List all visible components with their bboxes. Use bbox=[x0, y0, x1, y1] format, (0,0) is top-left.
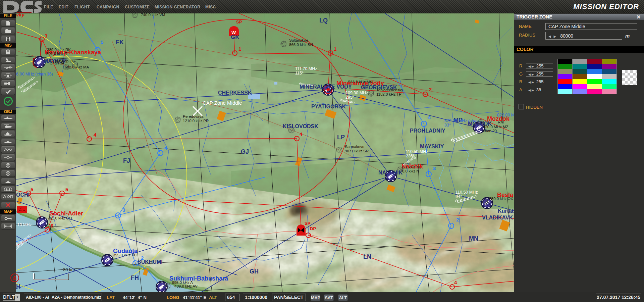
svg-text:LN: LN bbox=[363, 253, 371, 260]
svg-text:SP: SP bbox=[236, 19, 242, 24]
svg-text:1182.0 kHz TP: 1182.0 kHz TP bbox=[376, 92, 401, 96]
svg-text:5: 5 bbox=[101, 39, 103, 45]
svg-text:Sarmakovo: Sarmakovo bbox=[345, 145, 364, 149]
svg-text:3: 3 bbox=[433, 165, 436, 171]
svg-text:5: 5 bbox=[65, 187, 68, 192]
svg-text:94°: 94° bbox=[455, 194, 462, 199]
svg-text:KISLOVODSK: KISLOVODSK bbox=[283, 123, 318, 129]
svg-text:115°: 115° bbox=[295, 71, 304, 76]
svg-text:4: 4 bbox=[454, 280, 457, 285]
svg-text:110.50 MHz: 110.50 MHz bbox=[455, 190, 478, 195]
svg-text:5: 5 bbox=[31, 187, 33, 192]
svg-text:4: 4 bbox=[164, 145, 167, 151]
svg-text:MINERALNYE VODY: MINERALNYE VODY bbox=[300, 84, 352, 90]
svg-text:chan 20: chan 20 bbox=[483, 129, 497, 133]
svg-text:489.0 kHz AV: 489.0 kHz AV bbox=[174, 284, 198, 288]
svg-text:591.0 kHz R: 591.0 kHz R bbox=[46, 52, 67, 56]
svg-text:CAP Zone Middle: CAP Zone Middle bbox=[203, 100, 242, 106]
svg-text:3: 3 bbox=[122, 207, 125, 213]
svg-text:NALCHIK: NALCHIK bbox=[378, 170, 402, 175]
svg-text:6: 6 bbox=[51, 223, 53, 229]
svg-text:820.0 MHz MZ: 820.0 MHz MZ bbox=[483, 125, 508, 129]
svg-text:MN: MN bbox=[469, 235, 478, 242]
svg-text:SP: SP bbox=[305, 221, 311, 226]
svg-text:111.70 MHz: 111.70 MHz bbox=[295, 66, 317, 71]
svg-text:vky: vky bbox=[16, 13, 25, 17]
svg-text:FJ: FJ bbox=[123, 157, 130, 164]
svg-text:Chan 34: Chan 34 bbox=[50, 61, 64, 65]
svg-text:236°: 236° bbox=[406, 154, 415, 158]
svg-text:OCHI: OCHI bbox=[16, 192, 30, 198]
svg-text:Teplorechensky: Teplorechensky bbox=[376, 88, 403, 92]
svg-text:GJ: GJ bbox=[241, 148, 249, 155]
svg-text:740.0 kHz VM: 740.0 kHz VM bbox=[141, 13, 165, 17]
svg-text:Peredovaya: Peredovaya bbox=[183, 114, 204, 118]
svg-text:LQ: LQ bbox=[319, 17, 328, 24]
svg-text:RM: RM bbox=[498, 120, 504, 124]
svg-text:.10 MHz: .10 MHz bbox=[16, 222, 32, 227]
svg-text:Kurtat: Kurtat bbox=[498, 208, 514, 214]
svg-text:1: 1 bbox=[334, 46, 336, 52]
svg-text:822.00 MH: 822.00 MH bbox=[497, 113, 514, 117]
svg-text:0.0 kHz N: 0.0 kHz N bbox=[402, 169, 419, 173]
svg-text:4: 4 bbox=[94, 132, 97, 138]
svg-text:FK: FK bbox=[116, 39, 124, 46]
svg-text:SUKHUMI: SUKHUMI bbox=[138, 259, 163, 265]
svg-text:866.0 kHz SN: 866.0 kHz SN bbox=[289, 43, 313, 47]
svg-text:DP: DP bbox=[310, 226, 316, 231]
svg-text:LP: LP bbox=[337, 134, 345, 141]
svg-text:395.0 kHz XC: 395.0 kHz XC bbox=[113, 253, 137, 257]
svg-text:30 km: 30 km bbox=[63, 267, 75, 272]
svg-text:FH: FH bbox=[131, 274, 139, 281]
svg-text:2: 2 bbox=[456, 217, 459, 222]
svg-text:CHERKESSK: CHERKESSK bbox=[218, 90, 252, 96]
svg-text:4: 4 bbox=[428, 114, 431, 120]
svg-text:1210.0 kHz PR: 1210.0 kHz PR bbox=[183, 119, 209, 123]
svg-text:H: H bbox=[16, 283, 20, 290]
svg-text:295°: 295° bbox=[345, 95, 354, 100]
svg-text:MAYSKIY: MAYSKIY bbox=[420, 144, 444, 149]
svg-text:822.00 MHz (chan: 822.00 MHz (chan bbox=[444, 118, 479, 123]
svg-text:682.0 kHz MA: 682.0 kHz MA bbox=[65, 65, 89, 69]
svg-text:109.30 MHz: 109.30 MHz bbox=[345, 91, 368, 95]
svg-text:110.50 MHz: 110.50 MHz bbox=[406, 149, 428, 154]
svg-text:907.0 kHz SR: 907.0 kHz SR bbox=[345, 149, 369, 153]
svg-text:8.1 kHz NL: 8.1 kHz NL bbox=[402, 165, 421, 169]
svg-text:83°: 83° bbox=[444, 123, 451, 128]
svg-text:Sochi-Adler: Sochi-Adler bbox=[49, 210, 83, 217]
svg-text:1: 1 bbox=[238, 46, 241, 52]
svg-text:PYATIGORSK: PYATIGORSK bbox=[311, 104, 346, 109]
svg-text:289.0 kHz RK: 289.0 kHz RK bbox=[47, 48, 71, 52]
svg-text:4: 4 bbox=[300, 131, 303, 137]
svg-text:1050.0 kHz OX: 1050.0 kHz OX bbox=[487, 197, 513, 201]
svg-text:GK: GK bbox=[231, 34, 239, 40]
svg-text:VLADIKAVK: VLADIKAVK bbox=[482, 215, 513, 220]
svg-text:GH: GH bbox=[250, 268, 259, 275]
svg-text:583.0 kHz MV: 583.0 kHz MV bbox=[348, 80, 373, 84]
svg-text:Sultanskoe: Sultanskoe bbox=[289, 38, 308, 42]
svg-text:3: 3 bbox=[45, 33, 47, 39]
svg-text:761.0 kHz CO: 761.0 kHz CO bbox=[48, 216, 72, 220]
svg-text:PROHLADNIY: PROHLADNIY bbox=[410, 128, 445, 134]
svg-text:2: 2 bbox=[429, 87, 432, 92]
svg-text:6.00 MHz (chan 36): 6.00 MHz (chan 36) bbox=[16, 72, 53, 77]
